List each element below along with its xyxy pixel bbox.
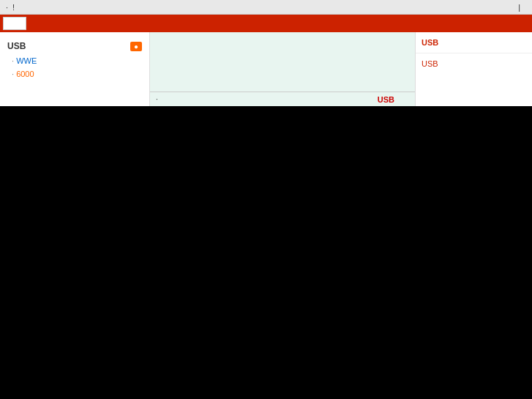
nav-item-8[interactable] [130,17,143,30]
nav-item-6[interactable] [101,17,114,30]
top-bar-right: | [518,3,526,12]
right-panel-usb-bottom: USB [416,53,532,74]
left-panel-item-wwe[interactable]: WWE [0,54,149,67]
main-bottom-text: · [156,95,158,103]
right-panel-usb-top: USB [416,32,532,53]
left-panel-title: USB [7,41,26,51]
nav-item-1[interactable] [28,17,41,30]
top-bar-left: · ! [6,3,15,12]
left-panel: USB ● WWE 6000 [0,32,150,106]
nav-bar [0,15,532,32]
right-panel: USB USB [415,32,532,106]
left-panel-header: USB ● [0,38,149,54]
top-bar-pipe: | [518,3,520,12]
bottom-area [0,106,532,399]
main-bottom-bar: · USB [150,92,415,106]
left-panel-item-6000[interactable]: 6000 [0,67,149,81]
nav-logo-box[interactable] [3,17,26,30]
top-bar: · ! | [0,0,532,15]
top-bar-dot: · [6,3,8,12]
nav-item-4[interactable] [72,17,85,30]
content-area: USB ● WWE 6000 · USB USB USB [0,32,532,106]
main-panel: · USB [150,32,415,106]
top-bar-exclaim: ! [12,3,15,12]
usb-label-main: USB [378,95,394,104]
nav-item-7[interactable] [116,17,129,30]
nav-item-9[interactable] [145,17,158,30]
status-badge: ● [130,42,142,51]
main-panel-inner [150,32,415,44]
nav-item-5[interactable] [86,17,100,30]
nav-item-2[interactable] [42,17,56,30]
nav-item-3[interactable] [57,17,70,30]
